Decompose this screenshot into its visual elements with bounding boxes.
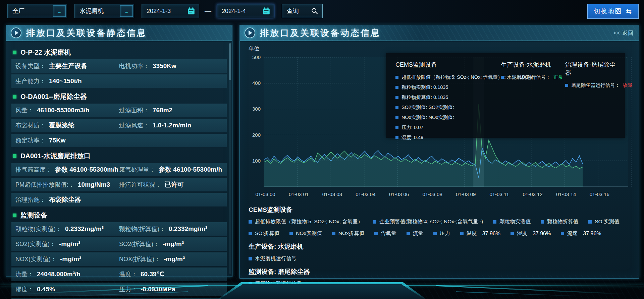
chevron-down-icon[interactable]: ⌄ [120,5,133,17]
plant-select-value: 全厂 [8,7,29,15]
legend-item[interactable]: 企业预警值(颗粒物:4; sOz-; NOx-;含氧气量:-) [373,218,483,225]
data-row: 排气筒高度：参数 46100-55300m/h废气处理量：参数 46100-55… [11,163,227,176]
device-select[interactable]: 水泥磨机 ⌄ [74,4,134,18]
legend-item[interactable]: 压力 [433,230,450,237]
legend-item[interactable]: 流速37.96% [561,230,601,237]
section-title: O-P-22 水泥磨机 [11,45,227,59]
legend-item[interactable]: SO:折算值 [249,230,279,237]
tooltip-item: NOx实测值: NOx实测值: [395,114,487,121]
field-label: NOX(实测值)： [15,255,57,263]
field-value: 布袋除尘器 [49,195,81,204]
field-value: -mg/m³ [59,240,80,248]
legend-item[interactable]: 磨尾除尘器运行信号 [249,280,302,287]
tooltip-item-text: 湿度: 0.49 [401,134,423,141]
legend-bullet-icon [407,232,410,235]
section-title-text: O-P-22 水泥磨机 [20,48,71,57]
legend-item[interactable]: 超低排放限值（颗拉物:5: SOz-; NOx; 含氧量） [249,218,363,225]
field-value: 参数 46100-55300m/h [55,165,118,174]
data-row: 治理措施：布袋除尘器 [11,193,227,206]
svg-text:01-03 12: 01-03 12 [523,191,542,197]
calendar-icon[interactable] [260,5,273,17]
field-label: 风量： [15,106,34,114]
legend-group-title: CEMS监测设备 [249,205,630,214]
field-value: 3350Kw [153,62,176,70]
query-button[interactable]: 查询 [282,4,323,18]
tooltip-item-text: 水泥磨机运行信号： [507,74,551,80]
tooltip-item: 超低排放限值（颗拉物:5: SOz-; NOx; 含氧量）：100% [395,74,487,80]
calendar-icon[interactable] [184,5,198,17]
field-value: 0.2332mg/m³ [169,225,207,233]
legend-item-label: SO:实测值 [595,218,619,225]
data-cell: 风量：46100-55300m3/h [15,106,119,114]
legend-bullet-icon [395,136,398,139]
legend-item-label: 温度 [467,230,477,237]
legend-bullet-icon [588,220,592,224]
end-date-input[interactable]: 2024-1-4 [217,4,274,18]
legend-items: 磨尾除尘器运行信号 [249,280,630,287]
chevron-down-icon[interactable]: ⌄ [53,5,66,17]
legend-item[interactable]: 水泥磨机运行信号 [249,255,297,262]
query-button-label: 查询 [282,7,304,15]
trend-chart[interactable]: 单位 10020030040050001-03 0001-03 0101-03 … [247,45,632,199]
field-value: 参数 46100-55300m/h [159,165,222,174]
tooltip-item: 水泥磨机运行信号：正常 [501,74,551,80]
tooltip-item-text: 颗粒物实测值: 0.1835 [401,84,448,91]
field-label: SO2(实测值)： [15,240,56,248]
field-label: 废气处理量： [119,166,155,174]
legend-bullet-icon [249,282,252,286]
field-label: 排污许可状况： [119,181,161,189]
legend-item[interactable]: 颗粒物实测值 [493,218,531,225]
plant-select[interactable]: 全厂 ⌄ [7,4,67,18]
data-row: 额定功率：75Kw [11,134,227,147]
svg-text:01-03 14: 01-03 14 [556,191,576,197]
legend-item[interactable]: 颗粒物折算值 [541,218,578,225]
data-row: NOX(实测值)：-mg/m³NOX(折算值)：-mg/m³ [11,252,227,266]
data-row: PM超低排排放限值:：10mg/Nm3排污许可状况：已许可 [11,178,227,191]
legend-item[interactable]: NOx实测值 [289,230,322,237]
legend-item[interactable]: 温度37.96% [460,230,500,237]
tooltip-item: SO2实测值: SO2实测值: [395,104,487,111]
data-row: 流量：24048.000m³/h温度：60.39℃ [11,267,227,281]
field-value: 140~150t/h [49,77,82,85]
dynamic-info-panel: 排放口及关联设备动态信息 << 返回 单位 10020030040050001-… [239,25,639,279]
tooltip-item: 颗粒物实测值: 0.1835 [395,84,487,91]
tooltip-item-text: NOx实测值: NOx实测值: [401,114,454,121]
swap-arrows-icon: ⇆ [626,7,632,15]
switch-map-button[interactable]: 切换地图 ⇆ [587,4,639,19]
chart-legend-area: CEMS监测设备超低排放限值（颗拉物:5: SOz-; NOx; 含氧量）企业预… [240,199,639,287]
data-row: 颗粒物(实测值)：0.2332mg/m³颗粒物(折算值)：0.2332mg/m³ [11,222,227,236]
tooltip-column-title: 生产设备-水泥磨机 [501,61,551,69]
section-title: 监测设备 [11,208,227,222]
data-cell: 颗粒物(实测值)：0.2332mg/m³ [15,225,119,233]
legend-item[interactable]: 流量 [407,230,423,237]
top-bar: 全厂 ⌄ 水泥磨机 ⌄ 2024-1-3 — 2024-1-4 查询 切换地图 … [0,0,644,22]
legend-item-label: 超低排放限值（颗拉物:5: SOz-; NOx; 含氧量） [255,218,363,225]
legend-bullet-icon [395,76,398,79]
legend-bullet-icon [395,116,398,119]
static-info-panel-header: 排放口及关联设备静态信息 [6,25,232,41]
data-cell: 电机功率：3350Kw [119,62,223,70]
back-link[interactable]: << 返回 [613,30,634,37]
data-cell: SO2(实测值)：-mg/m³ [15,240,119,248]
legend-item[interactable]: 含氧量 [374,230,396,237]
start-date-input[interactable]: 2024-1-3 [142,4,199,18]
tooltip-item: 压力: 0.07 [395,124,487,131]
data-row: SO2(实测值)：-mg/m³SO2(折算值)：-mg/m³ [11,237,227,251]
section-title-text: DA001-水泥磨尾排放口 [20,152,91,161]
legend-item[interactable]: NOx折算值 [332,230,365,237]
left-panel-scrollbar[interactable] [229,43,231,274]
field-value: 10mg/Nm3 [78,181,110,188]
data-cell: 布袋材质：覆膜涤纶 [15,121,119,130]
svg-text:01-03 04: 01-03 04 [356,191,375,197]
data-cell: SO2(折算值)：-mg/m³ [119,240,223,248]
search-icon [308,5,321,17]
legend-bullet-icon [395,106,398,109]
data-cell: 过滤面积：768m2 [119,106,223,114]
section-title-text: 监测设备 [20,211,47,220]
legend-item-label: 企业预警值(颗粒物:4; sOz-; NOx-;含氧气量:-) [379,218,483,225]
legend-item[interactable]: SO:实测值 [588,218,619,225]
svg-text:01-03 09: 01-03 09 [456,191,476,197]
data-cell: 治理措施：布袋除尘器 [15,195,119,204]
legend-item-label: 磨尾除尘器运行信号 [255,280,302,287]
legend-item[interactable]: 湿度37.96% [511,230,551,237]
